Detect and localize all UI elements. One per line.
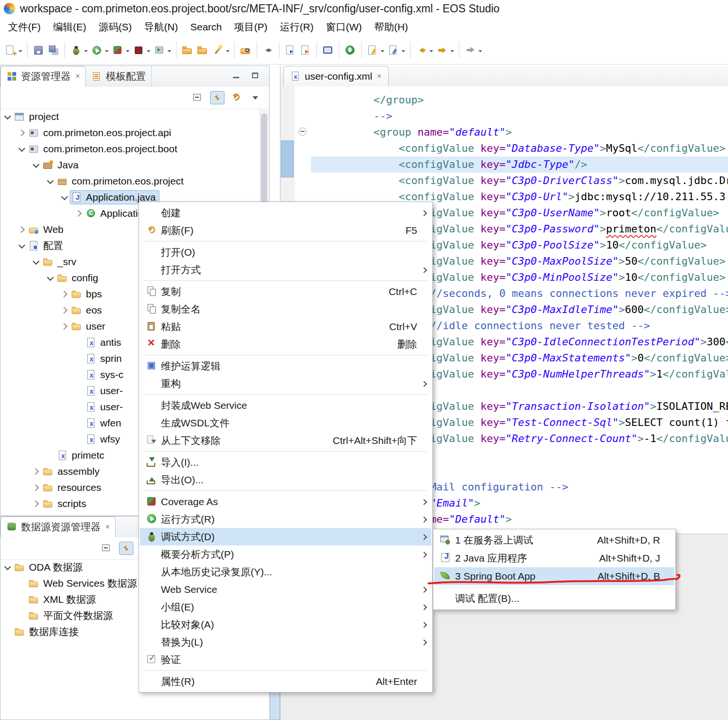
forward-button[interactable] [435,41,456,59]
menu-item-debug-configurations[interactable]: 调试 配置(B)... [434,590,674,608]
dropdown-caret-icon[interactable] [84,50,88,54]
editor-line[interactable]: --> [311,108,728,124]
editor-line[interactable]: <configValue key="Jdbc-Type"/> [311,157,728,173]
menubar-item[interactable]: 窗口(W) [320,18,368,36]
launch-a-button[interactable] [283,41,298,59]
menu-item-restore-from-local-history[interactable]: 从本地历史记录复原(Y)... [140,563,431,581]
expanded-arrow-icon[interactable] [46,176,56,186]
launch-b-button[interactable] [298,41,313,59]
dropdown-caret-icon[interactable] [478,50,482,54]
menu-item-maintain-logic[interactable]: 维护运算逻辑 [140,357,431,375]
refresh-view-icon[interactable] [230,92,243,104]
menu-item-create[interactable]: 创建 [140,204,431,222]
next-button[interactable] [463,41,484,59]
menu-item-coverage-as[interactable]: Coverage As [140,493,431,510]
tab-resource-explorer[interactable]: 资源管理器 × [0,66,86,87]
menubar-item[interactable]: 项目(P) [228,18,274,36]
coverage-button[interactable] [110,41,131,59]
link-with-editor-icon[interactable] [119,542,133,555]
expanded-arrow-icon[interactable] [60,193,70,202]
collapse-all-icon[interactable] [191,92,205,104]
save-all-button[interactable] [46,41,61,59]
wand-button[interactable] [210,41,231,59]
collapsed-arrow-icon[interactable] [32,467,41,476]
collapsed-arrow-icon[interactable] [60,289,70,299]
collapsed-arrow-icon[interactable] [18,225,27,234]
menu-item-import[interactable]: 导入(I)... [140,453,431,471]
expanded-arrow-icon[interactable] [32,257,41,267]
view-menu-icon[interactable] [249,92,262,104]
dropdown-caret-icon[interactable] [381,50,384,54]
menu-item-copy-qualified-name[interactable]: 复制全名 [140,300,431,318]
collapsed-arrow-icon[interactable] [32,483,41,492]
menu-item-profile-as[interactable]: 概要分析方式(P) [140,545,431,563]
dropdown-caret-icon[interactable] [450,50,454,54]
compare-button[interactable] [261,41,276,59]
menu-item-web-service[interactable]: Web Service [140,581,431,598]
menu-item-compare-with[interactable]: 比较对象(A) [140,616,431,633]
terminate-button[interactable] [343,41,358,59]
dropdown-caret-icon[interactable] [401,50,405,54]
tab-user-config-xml[interactable]: user-config.xml × [283,66,389,86]
menu-item-run-as[interactable]: 运行方式(R) [140,510,431,528]
open-type-button[interactable] [195,41,210,59]
editor-line[interactable]: <group name="default"> [311,124,728,140]
annotation-a-button[interactable] [365,41,386,59]
menubar-item[interactable]: 帮助(H) [368,18,414,36]
menu-item-properties[interactable]: 属性(R)Alt+Enter [140,673,431,690]
collapse-all-icon[interactable] [100,542,113,554]
menubar-item[interactable]: Search [184,19,228,35]
tree-item[interactable]: Java [0,157,260,173]
menubar-item[interactable]: 文件(F) [2,18,47,36]
editor-line[interactable]: </group> [311,92,728,108]
menubar-item[interactable]: 运行(R) [274,18,320,36]
menubar-item[interactable]: 源码(S) [93,18,138,36]
scrollbar-thumb[interactable] [261,113,267,208]
expanded-arrow-icon[interactable] [18,241,27,250]
expanded-arrow-icon[interactable] [32,160,41,170]
menu-item-validate[interactable]: 验证 [140,651,431,668]
search-button[interactable] [238,41,253,59]
menu-item-generate-wsdl[interactable]: 生成WSDL文件 [140,414,431,432]
menu-item-java-application[interactable]: 2 Java 应用程序Alt+Shift+D, J [434,549,674,567]
back-button[interactable] [414,41,435,59]
link-with-editor-icon[interactable] [210,91,224,104]
debug-button[interactable] [68,41,89,59]
menubar-item[interactable]: 导航(N) [138,18,184,36]
menu-item-delete[interactable]: 删除删除 [140,335,431,353]
maximize-view-button[interactable] [250,71,261,81]
menu-item-team[interactable]: 小组(E) [140,598,431,616]
expanded-arrow-icon[interactable] [3,112,13,121]
annotation-b-button[interactable] [386,41,407,59]
menu-item-wrap-web-service[interactable]: 封装成Web Service [140,397,431,414]
menu-item-remove-from-context[interactable]: 从上下文移除Ctrl+Alt+Shift+向下 [140,432,431,449]
menu-item-open[interactable]: 打开(O) [140,243,431,261]
tree-item[interactable]: com.primeton.eos.project.boot [0,141,260,157]
dropdown-caret-icon[interactable] [126,50,130,54]
fold-collapse-icon[interactable] [299,128,307,136]
menu-item-debug-as[interactable]: 调试方式(D) [140,528,431,545]
close-icon[interactable]: × [105,523,110,531]
close-icon[interactable]: × [75,72,80,81]
menu-item-refactor[interactable]: 重构 [140,375,431,392]
minimize-view-button[interactable] [231,71,242,81]
tree-item[interactable]: com.primeton.eos.project.api [0,125,260,141]
menu-item-replace-with[interactable]: 替换为(L) [140,633,431,651]
expanded-arrow-icon[interactable] [18,144,27,154]
collapsed-arrow-icon[interactable] [32,499,41,508]
collapsed-arrow-icon[interactable] [60,322,70,331]
menu-item-refresh[interactable]: 刷新(F)F5 [140,222,431,239]
save-button[interactable] [31,41,46,59]
tree-item[interactable]: project [0,109,260,125]
expanded-arrow-icon[interactable] [3,563,13,572]
menu-item-paste[interactable]: 粘贴Ctrl+V [140,318,431,335]
collapsed-arrow-icon[interactable] [75,209,84,218]
close-icon[interactable]: × [377,72,381,81]
dropdown-caret-icon[interactable] [168,50,171,54]
menu-item-copy[interactable]: 复制Ctrl+C [140,283,431,300]
dropdown-caret-icon[interactable] [19,50,22,54]
run-button[interactable] [89,41,110,59]
console-button[interactable] [320,41,336,59]
editor-line[interactable]: <configValue key="Database-Type">MySql</… [311,140,728,157]
expanded-arrow-icon[interactable] [46,273,56,283]
